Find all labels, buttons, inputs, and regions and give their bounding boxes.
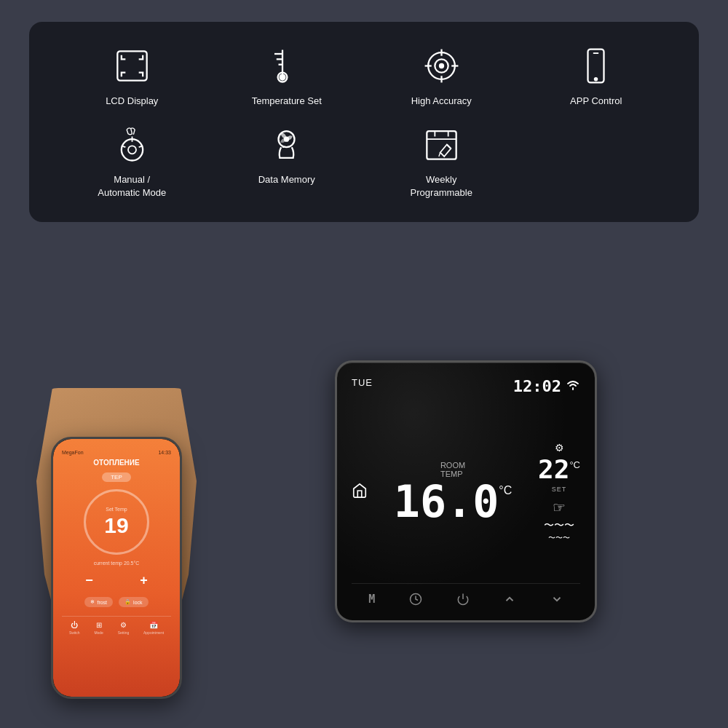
phone-screen: MegaFon 14:33 ОТОПЛЕНИЕ ТЕР Set Temp 19 … (53, 439, 180, 697)
phone-navigation: ⏻ Switch ⊞ Mode ⚙ Setting 📅 Appointment (62, 616, 171, 635)
thermo-heat-icon: 〜〜〜 〜〜〜 (544, 519, 574, 543)
thermo-day: TUE (352, 377, 373, 388)
bottom-section: MegaFon 14:33 ОТОПЛЕНИЕ ТЕР Set Temp 19 … (29, 284, 699, 699)
data-memory-label: Data Memory (258, 173, 315, 186)
thermo-power-button[interactable] (456, 593, 470, 606)
feature-weekly-programmable: Weekly Programmable (368, 122, 515, 199)
thermo-up-button[interactable] (503, 593, 516, 606)
high-accuracy-label: High Accuracy (411, 95, 472, 108)
feature-data-memory: Data Memory (213, 122, 361, 199)
phone-plus-btn[interactable]: + (140, 573, 148, 588)
thermo-right-column: ⚙ 22 °C SET ☞ 〜〜〜 〜〜〜 (538, 442, 580, 543)
crosshair-icon (419, 44, 463, 87)
phone-dial: Set Temp 19 (84, 489, 149, 555)
phone-frost-badge[interactable]: ❄ frost (84, 597, 113, 607)
thermo-down-button[interactable] (550, 593, 563, 606)
thermo-set-unit: °C (569, 459, 580, 470)
thermo-time-wifi: 12:02 (513, 377, 580, 395)
feature-app-control: APP Control (523, 44, 670, 108)
phone-setting-label: Setting (118, 630, 130, 635)
thermo-top-row: TUE 12:02 (352, 377, 580, 395)
phone-mode-icon: ⊞ (96, 621, 102, 629)
feature-high-accuracy: High Accuracy (368, 44, 515, 108)
thermo-home-icon (352, 483, 368, 502)
app-control-icon (574, 44, 618, 87)
phone-controls: − + (62, 573, 171, 588)
phone-switch-icon: ⏻ (71, 621, 78, 629)
phone-minus-btn[interactable]: − (85, 573, 93, 588)
thermo-set-temp-display: 22 °C (538, 456, 580, 483)
phone-nav-switch[interactable]: ⏻ Switch (69, 621, 80, 635)
phone-nav-mode[interactable]: ⊞ Mode (94, 621, 103, 635)
temperature-set-label: Temperature Set (252, 95, 322, 108)
phone-nav-setting[interactable]: ⚙ Setting (118, 621, 130, 635)
feature-lcd-display: LCD Display (58, 44, 206, 108)
manual-auto-label: Manual / Automatic Mode (98, 173, 166, 199)
phone-mode-label: Mode (94, 630, 103, 635)
data-memory-icon (265, 122, 309, 166)
thermo-set-label: SET (552, 486, 567, 493)
svg-rect-26 (427, 131, 456, 159)
phone-carrier: MegaFon (62, 450, 84, 455)
phone-time: 14:33 (158, 450, 171, 455)
phone-tep-badge: ТЕР (102, 472, 131, 482)
thermo-big-temp-display: 16.0 °C (394, 480, 512, 523)
svg-point-10 (440, 63, 444, 68)
app-control-label: APP Control (570, 95, 622, 108)
phone-container: MegaFon 14:33 ОТОПЛЕНИЕ ТЕР Set Temp 19 … (29, 284, 204, 699)
thermo-gear-icon: ⚙ (555, 442, 564, 454)
svg-line-31 (439, 152, 440, 157)
phone-lock-badge[interactable]: 🔒 lock (119, 597, 148, 607)
frost-label: frost (97, 600, 107, 605)
thermo-controls: M (352, 583, 580, 606)
features-card: LCD Display Temperature Set (29, 22, 699, 222)
lcd-display-icon (110, 44, 154, 87)
svg-point-17 (595, 78, 598, 81)
phone-nav-appointment[interactable]: 📅 Appointment (143, 621, 164, 635)
thermo-clock-button[interactable] (409, 593, 422, 606)
thermostat-container: TUE 12:02 (233, 360, 699, 622)
wifi-icon (566, 379, 580, 393)
lcd-display-label: LCD Display (106, 95, 158, 108)
phone-status-bar: MegaFon 14:33 (62, 450, 171, 455)
thermo-touch-icon: ☞ (553, 499, 566, 516)
thermo-time: 12:02 (513, 377, 561, 395)
feature-temperature-set: Temperature Set (213, 44, 361, 108)
weekly-programmable-label: Weekly Programmable (411, 173, 472, 199)
features-grid: LCD Display Temperature Set (58, 44, 670, 200)
svg-line-30 (447, 144, 451, 149)
thermo-left-icons (352, 483, 368, 502)
thermo-big-temp: 16.0 (394, 480, 499, 523)
thermo-set-temp: 22 (538, 456, 569, 483)
phone-badges: ❄ frost 🔒 lock (62, 597, 171, 607)
phone-current-temp: current temp 20.5°C (62, 561, 171, 566)
phone-appointment-label: Appointment (143, 630, 164, 635)
lock-label: lock (133, 600, 142, 605)
phone-mockup: MegaFon 14:33 ОТОПЛЕНИЕ ТЕР Set Temp 19 … (51, 437, 182, 699)
svg-point-6 (280, 74, 285, 79)
phone-setting-icon: ⚙ (120, 621, 127, 629)
phone-set-temp-label: Set Temp (106, 507, 127, 512)
weekly-programmable-icon (419, 122, 463, 166)
phone-app-title: ОТОПЛЕНИЕ (62, 459, 171, 467)
svg-point-18 (122, 139, 143, 160)
svg-point-19 (128, 146, 136, 154)
phone-appointment-icon: 📅 (149, 621, 158, 629)
thermometer-icon (265, 44, 309, 87)
feature-manual-auto: Manual / Automatic Mode (58, 122, 206, 199)
manual-auto-icon (110, 122, 154, 166)
thermostat-screen: TUE 12:02 (352, 377, 580, 606)
phone-temp-value: 19 (104, 513, 128, 538)
thermostat-device: TUE 12:02 (335, 360, 597, 622)
thermo-middle: ROOMTEMP 16.0 °C ⚙ 22 °C SET ☞ (352, 401, 580, 583)
thermo-big-unit: °C (499, 484, 512, 497)
thermo-m-button[interactable]: M (368, 593, 375, 606)
phone-switch-label: Switch (69, 630, 80, 635)
